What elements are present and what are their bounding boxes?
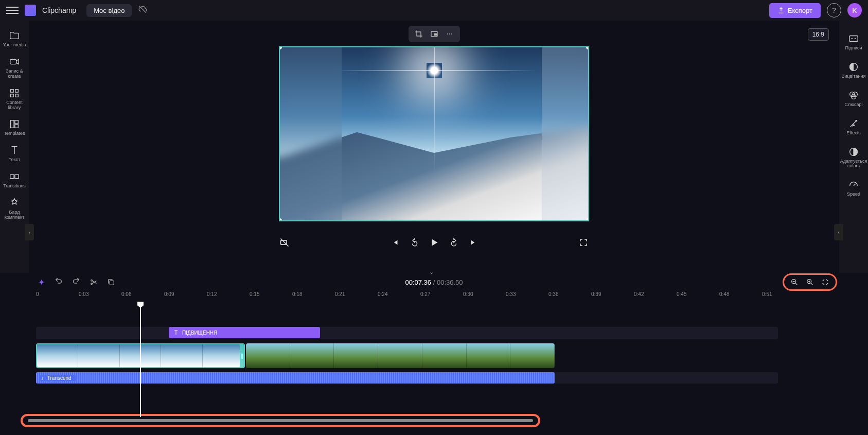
timeline-timecode: 00:07.36 / 00:36.50 bbox=[405, 279, 463, 286]
properties-item-captions[interactable]: Підписи bbox=[839, 28, 868, 56]
sidebar-item-templates[interactable]: Templates bbox=[0, 114, 29, 141]
right-rail-expand-button[interactable]: ‹ bbox=[834, 224, 843, 240]
svg-rect-0 bbox=[10, 59, 16, 64]
timeline-scrollbar[interactable] bbox=[28, 419, 533, 422]
total-time: 00:36.50 bbox=[437, 279, 463, 286]
pip-icon bbox=[430, 30, 438, 38]
cloud-sync-off-icon[interactable] bbox=[138, 5, 147, 16]
sidebar-item-label: Transitions bbox=[3, 184, 26, 189]
zoom-in-button[interactable] bbox=[805, 277, 815, 287]
export-label: Експорт bbox=[788, 7, 812, 14]
text-track[interactable]: ПІДВИЩЕННЯ bbox=[36, 327, 778, 339]
svg-rect-8 bbox=[10, 175, 14, 179]
more-button[interactable] bbox=[445, 29, 455, 39]
undo-button[interactable] bbox=[54, 277, 64, 287]
project-title-input[interactable]: Моє відео bbox=[86, 4, 132, 17]
detach-icon bbox=[279, 237, 290, 248]
crop-button[interactable] bbox=[414, 29, 424, 39]
scissors-icon bbox=[90, 278, 98, 286]
svg-rect-5 bbox=[11, 120, 14, 128]
duplicate-button[interactable] bbox=[106, 277, 116, 287]
sidebar-item-media[interactable]: Your media bbox=[0, 26, 29, 52]
ruler-tick: 0:15 bbox=[250, 291, 292, 304]
ruler-tick: 0:24 bbox=[378, 291, 420, 304]
properties-item-effects[interactable]: Effects bbox=[839, 113, 868, 141]
zoom-fit-button[interactable] bbox=[820, 277, 830, 287]
video-clip-2[interactable] bbox=[246, 343, 555, 368]
preview-toolbar bbox=[409, 26, 460, 42]
svg-point-22 bbox=[91, 280, 93, 281]
pip-button[interactable] bbox=[429, 29, 439, 39]
sidebar-item-text[interactable]: Текст bbox=[0, 141, 29, 167]
aspect-ratio-button[interactable]: 16:9 bbox=[808, 28, 829, 41]
help-button[interactable]: ? bbox=[827, 3, 841, 18]
redo-button[interactable] bbox=[71, 277, 81, 287]
sidebar-item-label: Speed bbox=[847, 192, 860, 197]
properties-item-colors[interactable]: Адаптується colors bbox=[839, 141, 868, 175]
svg-rect-9 bbox=[15, 175, 19, 179]
play-icon bbox=[429, 237, 440, 248]
undo-icon bbox=[55, 278, 63, 286]
export-button[interactable]: Експорт bbox=[769, 3, 821, 18]
audio-track[interactable]: ♪ Transcend bbox=[36, 372, 778, 384]
timeline-toolbar: ✦ 00:07.36 / 00:36.50 bbox=[0, 273, 868, 291]
svg-rect-2 bbox=[15, 89, 19, 92]
sidebar-item-label: Підписи bbox=[845, 46, 862, 51]
timeline-tracks: ПІДВИЩЕННЯ ‖ ‖ ♪ Transcend bbox=[0, 304, 868, 384]
ruler-tick: 0:42 bbox=[634, 291, 677, 304]
detach-audio-button[interactable] bbox=[279, 237, 290, 248]
brandkit-icon bbox=[9, 197, 20, 208]
zoom-out-icon bbox=[790, 278, 799, 286]
audio-clip-label: Transcend bbox=[45, 375, 74, 381]
contrast-icon bbox=[848, 146, 859, 158]
skip-next-button[interactable] bbox=[468, 237, 479, 248]
sidebar-item-label: Текст bbox=[9, 158, 21, 163]
forward-icon bbox=[449, 238, 458, 247]
preview-area: ↻ 16:9 bbox=[29, 21, 839, 273]
magic-button[interactable]: ✦ bbox=[36, 277, 46, 287]
skip-prev-button[interactable] bbox=[389, 237, 401, 248]
playhead[interactable] bbox=[140, 304, 141, 417]
audio-clip[interactable]: ♪ Transcend bbox=[36, 372, 555, 384]
resize-handle-bl[interactable] bbox=[279, 218, 282, 221]
play-button[interactable] bbox=[429, 237, 440, 248]
properties-item-fade[interactable]: Вицвітання bbox=[839, 56, 868, 84]
ruler-tick: 0:21 bbox=[335, 291, 378, 304]
zoom-out-button[interactable] bbox=[789, 277, 800, 287]
ruler-tick: 0:48 bbox=[719, 291, 762, 304]
properties-item-speed[interactable]: Speed bbox=[839, 174, 868, 202]
clip-trim-end[interactable]: ‖ bbox=[240, 344, 244, 367]
left-sidebar: Your media Запис & create Content librar… bbox=[0, 21, 29, 273]
rewind-icon bbox=[410, 238, 419, 247]
rewind-button[interactable] bbox=[409, 237, 420, 248]
video-preview[interactable]: ↻ bbox=[279, 46, 589, 221]
zoom-in-icon bbox=[806, 278, 814, 286]
text-clip[interactable]: ПІДВИЩЕННЯ bbox=[169, 327, 320, 338]
resize-handle-tr[interactable] bbox=[586, 46, 589, 49]
split-button[interactable] bbox=[88, 277, 99, 287]
properties-item-filters[interactable]: Слюсарі bbox=[839, 84, 868, 113]
menu-button[interactable] bbox=[6, 4, 19, 16]
svg-point-13 bbox=[449, 33, 450, 34]
text-icon bbox=[173, 329, 179, 336]
library-icon bbox=[9, 88, 20, 99]
fullscreen-icon bbox=[579, 238, 588, 247]
app-logo bbox=[25, 5, 36, 16]
sidebar-item-library[interactable]: Content library bbox=[0, 83, 29, 115]
sidebar-item-transitions[interactable]: Transitions bbox=[0, 167, 29, 193]
resize-handle-br[interactable] bbox=[586, 218, 589, 221]
forward-button[interactable] bbox=[448, 237, 459, 248]
crop-icon bbox=[415, 30, 423, 38]
video-track[interactable]: ‖ ‖ bbox=[36, 343, 778, 368]
fade-icon bbox=[848, 61, 859, 73]
user-avatar[interactable]: K bbox=[847, 3, 862, 18]
filters-icon bbox=[848, 90, 859, 101]
sidebar-item-brandkit[interactable]: Бард комплект bbox=[0, 193, 29, 224]
timeline-ruler[interactable]: 00:030:060:090:120:150:180:210:240:270:3… bbox=[0, 291, 868, 304]
zoom-controls-highlight bbox=[783, 273, 837, 291]
svg-rect-6 bbox=[15, 120, 18, 124]
svg-point-23 bbox=[91, 283, 93, 285]
sidebar-item-record[interactable]: Запис & create bbox=[0, 52, 29, 83]
fullscreen-button[interactable] bbox=[578, 237, 589, 248]
svg-rect-4 bbox=[15, 94, 19, 97]
